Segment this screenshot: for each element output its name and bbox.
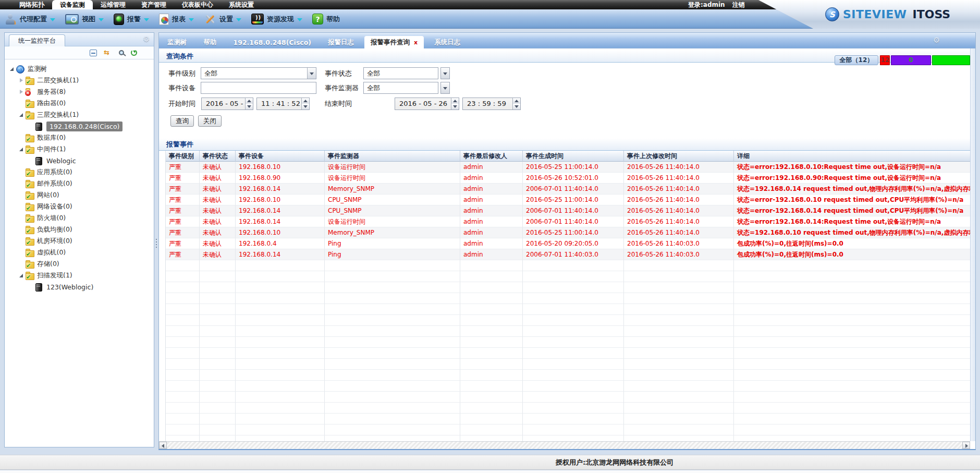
tree-item-l2-switch[interactable]: 二层交换机(1): [5, 75, 154, 86]
vertical-scrollbar[interactable]: [970, 48, 975, 441]
horizontal-scrollbar[interactable]: [159, 441, 970, 449]
spinner-down-icon[interactable]: [302, 104, 309, 110]
tree-item-weblogic-123[interactable]: 123(Weblogic): [5, 281, 154, 293]
spinner-down-icon[interactable]: [513, 104, 520, 110]
tree-item-app-system[interactable]: 应用系统(0): [5, 166, 154, 178]
summary-all-button[interactable]: 全部（12）: [835, 55, 879, 65]
severity-count-badge[interactable]: [932, 55, 970, 65]
table-row[interactable]: 严重未确认192.168.0.10设备运行时间admin2016-05-25 1…: [166, 162, 970, 173]
spinner-down-icon[interactable]: [451, 104, 459, 110]
table-row[interactable]: 严重未确认192.168.0.14Memory_SNMPadmin2006-07…: [166, 184, 970, 195]
collapse-arrow-icon[interactable]: [18, 146, 24, 152]
severity-count-badge[interactable]: 0: [891, 55, 931, 65]
toolbar-item-alarm[interactable]: 报警: [114, 14, 149, 25]
close-button[interactable]: 关闭: [198, 115, 222, 127]
spinner-up-icon[interactable]: [246, 98, 253, 104]
scroll-right-icon[interactable]: [962, 442, 970, 449]
swap-icon[interactable]: [104, 49, 112, 56]
event-status-combo[interactable]: 全部: [363, 67, 438, 79]
column-header[interactable]: 事件最后修改人: [460, 151, 523, 162]
table-row[interactable]: 严重未确认192.168.0.14设备运行时间admin2006-07-01 1…: [166, 216, 970, 227]
scroll-left-icon[interactable]: [159, 442, 167, 449]
tree-item-server-room[interactable]: 机房环境(0): [5, 235, 154, 247]
tree-item-mail-system[interactable]: 邮件系统(0): [5, 178, 154, 189]
menu-item-asset-management[interactable]: 资产管理: [133, 0, 174, 9]
tree-item-website[interactable]: 网站(0): [5, 189, 154, 201]
spinner-down-icon[interactable]: [246, 104, 253, 110]
event-level-combo[interactable]: 全部: [201, 67, 316, 79]
tree-item-scan-discovery[interactable]: 扫描发现(1): [5, 270, 154, 281]
toolbar-item-discovery[interactable]: 资源发现: [251, 14, 302, 25]
menu-item-ops-management[interactable]: 运维管理: [93, 0, 133, 9]
tree-item-l3-switch[interactable]: 三层交换机(1): [5, 109, 154, 120]
tab-alarm-event-query[interactable]: 报警事件查询x: [364, 36, 424, 48]
tree-item-device-cisco[interactable]: 192.168.0.248(Cisco): [5, 120, 154, 132]
event-monitor-combo[interactable]: 全部: [363, 82, 438, 94]
column-header[interactable]: 事件设备: [236, 151, 325, 162]
event-status-dropdown-button[interactable]: [440, 67, 450, 79]
search-icon[interactable]: [119, 50, 124, 55]
menu-item-device-monitor[interactable]: 设备监测: [52, 0, 93, 9]
spinner-up-icon[interactable]: [302, 98, 309, 104]
main-gear-icon[interactable]: [933, 36, 941, 44]
end-time-spinner[interactable]: 23 : 59 : 59: [462, 98, 521, 110]
collapse-arrow-icon[interactable]: [9, 66, 15, 72]
column-header[interactable]: 事件监测器: [325, 151, 460, 162]
event-monitor-dropdown-button[interactable]: [440, 82, 450, 94]
tree-item-server[interactable]: 服务器(8): [5, 86, 154, 98]
refresh-icon[interactable]: [131, 50, 137, 56]
severity-count-badge[interactable]: 12: [880, 55, 890, 65]
tab-device-192-168-0-248[interactable]: 192.168.0.248(Cisco): [227, 36, 318, 48]
tree-item-network-device[interactable]: 网络设备(0): [5, 201, 154, 212]
end-date-spinner[interactable]: 2016 - 05 - 26: [395, 98, 459, 110]
sidebar-tab-unified-platform[interactable]: 统一监控平台: [9, 34, 65, 46]
column-header[interactable]: 事件生成时间: [523, 151, 624, 162]
collapse-all-icon[interactable]: [90, 50, 97, 56]
toolbar-item-help[interactable]: 帮助: [312, 14, 340, 25]
collapse-arrow-icon[interactable]: [18, 272, 24, 278]
column-header[interactable]: 事件级别: [166, 151, 200, 162]
tree-item-weblogic[interactable]: Weblogic: [5, 155, 154, 166]
column-header[interactable]: 事件状态: [200, 151, 236, 162]
table-row[interactable]: 严重未确认192.168.0.10Memory_SNMPadmin2016-05…: [166, 227, 970, 238]
spinner-up-icon[interactable]: [451, 98, 459, 104]
start-date-spinner[interactable]: 2016 - 05 - 25: [201, 98, 253, 110]
collapse-arrow-icon[interactable]: [18, 112, 24, 118]
column-header[interactable]: 详细: [734, 151, 970, 162]
menu-item-dashboard-center[interactable]: 仪表板中心: [174, 0, 221, 9]
table-row[interactable]: 严重未确认192.168.0.10CPU_SNMPadmin2016-05-25…: [166, 195, 970, 205]
expand-arrow-icon[interactable]: [18, 89, 24, 95]
tab-system-log[interactable]: 系统日志: [428, 36, 467, 48]
toolbar-item-settings[interactable]: 设置: [204, 13, 241, 26]
start-time-spinner[interactable]: 11 : 41 : 52: [256, 98, 310, 110]
tab-monitor-tree[interactable]: 监测树: [161, 36, 193, 48]
menu-item-network-topology[interactable]: 网络拓扑: [11, 0, 52, 9]
tab-help[interactable]: 帮助: [198, 36, 223, 48]
logout-link[interactable]: 注销: [732, 0, 745, 9]
spinner-up-icon[interactable]: [513, 98, 520, 104]
menu-item-system-settings[interactable]: 系统设置: [221, 0, 262, 9]
chevron-down-icon[interactable]: [307, 68, 316, 79]
tree-item-monitor-tree[interactable]: 监测树: [5, 63, 154, 75]
tree-item-storage[interactable]: 存储(0): [5, 258, 154, 270]
table-row[interactable]: 严重未确认192.168.0.90设备运行时间admin2016-05-26 1…: [166, 173, 970, 184]
tab-alarm-log[interactable]: 报警日志: [322, 36, 360, 48]
table-row[interactable]: 严重未确认192.168.0.14Pingadmin2006-07-01 11:…: [166, 249, 970, 260]
tree-item-firewall[interactable]: 防火墙(0): [5, 212, 154, 224]
tree-item-virtual-machine[interactable]: 虚拟机(0): [5, 247, 154, 258]
tree-item-load-balance[interactable]: 负载均衡(0): [5, 224, 154, 235]
table-row[interactable]: 严重未确认192.168.0.14CPU_SNMPadmin2006-07-01…: [166, 205, 970, 216]
query-button[interactable]: 查询: [170, 115, 194, 127]
toolbar-item-report[interactable]: 报表: [159, 14, 194, 25]
tree-item-database[interactable]: 数据库(0): [5, 132, 154, 143]
event-device-input[interactable]: [201, 82, 316, 94]
toolbar-item-views[interactable]: 视图: [65, 14, 104, 25]
toolbar-item-agent-config[interactable]: 代理配置: [5, 13, 55, 26]
tree-item-middleware[interactable]: 中间件(1): [5, 143, 154, 155]
tree-item-router[interactable]: 路由器(0): [5, 98, 154, 109]
table-row[interactable]: 严重未确认192.168.0.4Pingadmin2016-05-20 09:2…: [166, 238, 970, 249]
sidebar-gear-icon[interactable]: [143, 35, 151, 43]
expand-arrow-icon[interactable]: [18, 77, 24, 83]
panel-splitter[interactable]: [154, 32, 158, 447]
close-icon[interactable]: x: [414, 40, 418, 45]
